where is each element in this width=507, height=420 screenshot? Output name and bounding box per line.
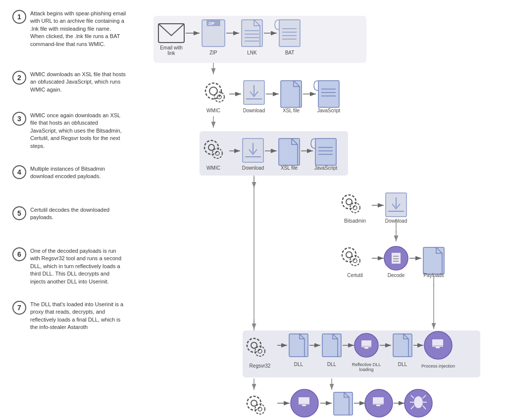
svg-point-22 [205, 83, 221, 99]
flow-svg: Email with link ZIP ZIP LNK [126, 10, 507, 420]
step-2-num: 2 [12, 71, 26, 85]
regsvr32-label: Regsvr32 [250, 363, 271, 369]
svg-rect-73 [392, 253, 401, 264]
dll-2-label: DLL [327, 362, 337, 367]
steps-column: 1 Attack begins with spear-phishing emai… [12, 10, 126, 420]
svg-text:link: link [167, 50, 175, 56]
flow-diagram: Email with link ZIP ZIP LNK [126, 10, 507, 420]
svg-rect-78 [423, 247, 444, 274]
step-4-text: Multiple instances of Bitsadmin download… [30, 165, 126, 181]
svg-rect-97 [393, 334, 412, 357]
javascript-1-label: JavaScript [317, 108, 341, 113]
svg-point-67 [342, 248, 356, 262]
step-3-num: 3 [12, 112, 26, 126]
attack-diagram: 1 Attack begins with spear-phishing emai… [0, 0, 507, 420]
wmic-1-label: WMIC [206, 108, 220, 113]
download-2-label: Download [242, 165, 264, 171]
svg-rect-93 [364, 347, 368, 349]
javascript-2-label: JavaScript [314, 165, 338, 171]
svg-rect-120 [376, 405, 380, 406]
step-7-num: 7 [12, 301, 26, 315]
certutil-icon [342, 248, 360, 266]
svg-rect-10 [242, 20, 262, 47]
userinit-icon [247, 396, 265, 414]
bitsadmin-icon [342, 195, 360, 213]
svg-rect-87 [289, 334, 308, 357]
step-5: 5 Certutil decodes the downloaded payloa… [12, 206, 126, 243]
svg-point-125 [414, 396, 423, 408]
certutil-label: Certutil [347, 273, 363, 278]
svg-point-56 [346, 199, 352, 205]
step-1: 1 Attack begins with spear-phishing emai… [12, 10, 126, 67]
step-1-num: 1 [12, 10, 26, 24]
svg-text:ZIP: ZIP [208, 21, 215, 26]
decode-label: Decode [388, 273, 405, 278]
step-1-text: Attack begins with spear-phishing email … [30, 10, 126, 48]
step-3: 3 WMIC once again downloads an XSL file … [12, 112, 126, 161]
svg-rect-33 [318, 81, 339, 107]
download-1-label: Download [243, 108, 265, 113]
svg-point-68 [346, 252, 352, 258]
step-2: 2 WMIC downloads an XSL file that hosts … [12, 71, 126, 108]
step-6-num: 6 [12, 247, 26, 261]
step-7: 7 The DLL that's loaded into Userinit is… [12, 301, 126, 350]
dll-1-label: DLL [294, 362, 304, 367]
lnk-label: LNK [247, 50, 257, 55]
step-7-text: The DLL that's loaded into Userinit is a… [30, 301, 126, 331]
svg-rect-16 [279, 20, 300, 47]
process-injection-label: Process injection [421, 364, 455, 369]
svg-rect-112 [302, 405, 306, 406]
zip-label: ZIP [209, 50, 217, 55]
wmic-1-icon [205, 83, 224, 102]
step-4: 4 Multiple instances of Bitsadmin downlo… [12, 165, 126, 202]
step-4-num: 4 [12, 165, 26, 179]
svg-rect-101 [436, 347, 440, 348]
wmic-2-label: WMIC [206, 165, 220, 171]
step-3-text: WMIC once again downloads an XSL file th… [30, 112, 126, 150]
svg-point-106 [251, 400, 257, 406]
svg-rect-119 [373, 397, 384, 405]
xsl-1-label: XSL file [283, 108, 300, 113]
reflective-dll-1-label: Reflective DLL [352, 362, 381, 367]
step-6-text: One of the decoded payloads is run with … [30, 247, 126, 285]
step-2-text: WMIC downloads an XSL file that hosts an… [30, 71, 126, 93]
step-6: 6 One of the decoded payloads is run wit… [12, 247, 126, 297]
xsl-2-label: XSL file [281, 165, 298, 171]
step-5-text: Certutil decodes the downloaded payloads… [30, 206, 126, 222]
svg-rect-111 [299, 397, 309, 405]
step-5-num: 5 [12, 206, 26, 220]
svg-rect-89 [322, 334, 341, 357]
svg-rect-48 [279, 139, 300, 165]
svg-rect-116 [334, 392, 353, 415]
svg-rect-50 [315, 139, 336, 165]
svg-point-105 [247, 396, 261, 410]
email-link-label: Email with [160, 45, 183, 50]
svg-rect-31 [281, 81, 302, 107]
bat-label: BAT [285, 50, 295, 55]
svg-point-55 [342, 195, 356, 209]
svg-text:loading: loading [359, 367, 373, 372]
bitsadmin-label: Bitsadmin [344, 218, 366, 224]
dll-3-label: DLL [398, 362, 407, 367]
